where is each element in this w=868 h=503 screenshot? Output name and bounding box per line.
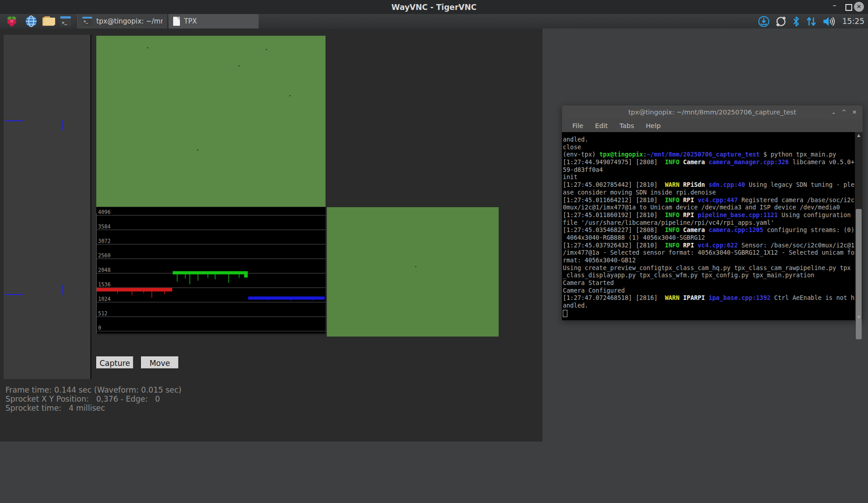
menu-tabs[interactable]: Tabs	[614, 121, 639, 130]
bluetooth-icon[interactable]	[792, 15, 800, 28]
camera-preview-image	[96, 36, 326, 207]
document-tab-icon	[173, 17, 180, 26]
raspberry-menu-icon[interactable]	[5, 15, 18, 28]
taskbar-tab-tpx[interactable]: TPX	[169, 14, 259, 28]
svg-text:3584: 3584	[98, 223, 111, 230]
terminal-tab-icon	[82, 17, 92, 26]
shade-icon[interactable]: ⌄	[830, 108, 838, 116]
terminal-content[interactable]: andled.close(env-tpx) tpx@tingopix:~/mnt…	[562, 132, 863, 320]
terminal-text: andled.close(env-tpx) tpx@tingopix:~/mnt…	[563, 136, 854, 310]
vnc-window-titlebar[interactable]: WayVNC - TigerVNC – ✕	[0, 0, 868, 14]
terminal-window: tpx@tingopix: ~/mnt/8mm/20250706_capture…	[562, 105, 863, 320]
tpx-app-window: 40963584307225602048153610245120 Capture…	[0, 28, 542, 441]
captured-frame-image	[327, 207, 499, 337]
file-manager-icon[interactable]	[42, 15, 56, 28]
svg-text:0: 0	[98, 325, 101, 331]
network-traffic-icon[interactable]	[805, 15, 817, 28]
web-browser-icon[interactable]	[25, 15, 38, 28]
svg-text:3072: 3072	[98, 238, 111, 244]
window-title: WayVNC - TigerVNC	[0, 3, 868, 12]
svg-text:1024: 1024	[98, 296, 111, 302]
terminal-titlebar[interactable]: tpx@tingopix: ~/mnt/8mm/20250706_capture…	[562, 105, 863, 119]
close-icon[interactable]: ✕	[850, 108, 859, 116]
svg-text:>_: >_	[62, 20, 67, 25]
volume-icon[interactable]	[822, 15, 836, 28]
sprocket-time-status: Sprocket time: 4 millisec	[5, 403, 105, 413]
svg-text:2048: 2048	[98, 267, 111, 273]
sprocket-marker-line	[5, 294, 24, 295]
menu-help[interactable]: Help	[641, 121, 665, 130]
system-tray: 15:25	[758, 14, 868, 28]
taskbar-tab-terminal[interactable]: tpx@tingopix: ~/mnt..	[77, 14, 168, 28]
minimize-icon[interactable]: –	[831, 1, 838, 12]
svg-text:1536: 1536	[98, 281, 111, 288]
scroll-up-icon[interactable]: ▲	[855, 132, 863, 138]
unshade-icon[interactable]: ^	[840, 108, 848, 116]
terminal-scrollbar[interactable]: ▲ ▼	[855, 132, 863, 320]
desktop: 40963584307225602048153610245120 Capture…	[0, 28, 868, 503]
maximize-icon[interactable]	[845, 4, 852, 11]
terminal-cursor	[563, 310, 567, 317]
sprocket-xy-status: Sprocket X Y Position: 0,376 - Edge: 0	[5, 394, 160, 403]
scroll-down-icon[interactable]: ▼	[855, 314, 863, 320]
clock[interactable]: 15:25	[841, 17, 864, 26]
svg-text:2560: 2560	[98, 252, 111, 259]
sprocket-marker-tick	[62, 285, 63, 295]
capture-button[interactable]: Capture	[96, 356, 133, 369]
taskbar-tab-label: tpx@tingopix: ~/mnt..	[96, 17, 163, 25]
move-button[interactable]: Move	[141, 356, 179, 369]
close-icon[interactable]: ✕	[854, 2, 864, 12]
svg-text:4096: 4096	[98, 209, 111, 215]
sprocket-panel	[4, 35, 90, 379]
taskbar-tab-label: TPX	[184, 17, 197, 25]
download-updates-icon[interactable]	[758, 15, 770, 28]
panel-divider	[90, 35, 91, 379]
frame-time-status: Frame time: 0.144 sec (Waveform: 0.015 s…	[5, 385, 181, 394]
waveform-chart: 40963584307225602048153610245120	[96, 207, 326, 335]
menu-edit[interactable]: Edit	[590, 121, 613, 130]
sprocket-marker-tick	[62, 120, 63, 130]
menu-file[interactable]: File	[567, 121, 588, 130]
terminal-menubar: File Edit Tabs Help	[562, 119, 863, 132]
terminal-launcher-icon[interactable]: >_	[59, 15, 72, 28]
sprocket-marker-line	[5, 120, 24, 121]
taskbar: >_ tpx@tingopix: ~/mnt.. TPX	[0, 14, 868, 28]
svg-text:512: 512	[98, 310, 108, 317]
sync-icon[interactable]	[775, 15, 787, 28]
terminal-title: tpx@tingopix: ~/mnt/8mm/20250706_capture…	[562, 109, 863, 116]
